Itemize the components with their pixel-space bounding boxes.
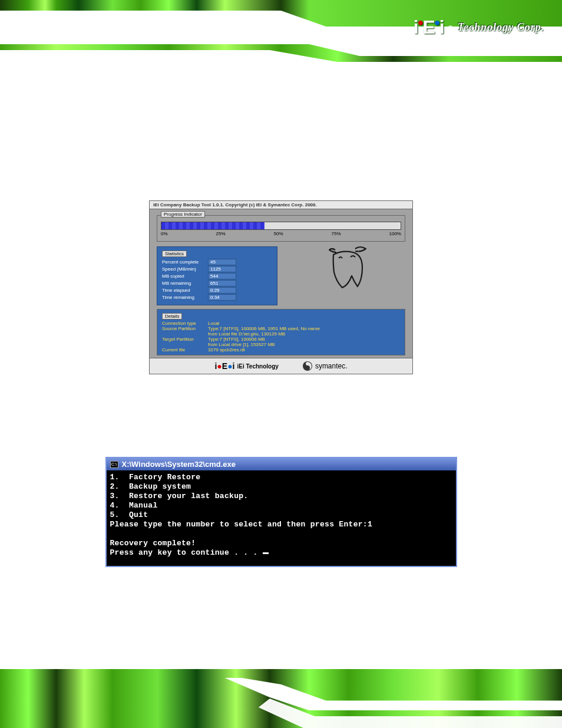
current-file-label: Current file <box>162 347 208 353</box>
progress-fill <box>161 222 265 229</box>
ghost-backup-window: iEi Company Backup Tool 1.0.1. Copyright… <box>149 200 413 374</box>
symantec-icon <box>302 361 313 371</box>
ghost-footer: i●E●i iEi Technology symantec. <box>150 358 412 374</box>
time-remaining-value: 0:34 <box>208 294 236 301</box>
cmd-complete: Recovery complete! <box>110 539 196 548</box>
cursor-icon <box>263 552 269 554</box>
ghost-titlebar: iEi Company Backup Tool 1.0.1. Copyright… <box>150 201 412 209</box>
cmd-continue: Press any key to continue . . . <box>110 548 263 557</box>
progress-ticks: 0% 25% 50% 75% 100% <box>161 231 401 236</box>
page-header: i●E●i ® Technology Corp. <box>0 0 562 65</box>
ghost-icon <box>325 244 372 290</box>
iei-footer-logo: i●E●i iEi Technology <box>214 361 278 371</box>
mb-copied-label: MB copied <box>162 274 208 279</box>
target-partition-value-2: from Local drive [1], 152627 MB <box>208 342 275 347</box>
page-footer <box>0 660 562 728</box>
cmd-line-3: 3. Restore your last backup. <box>110 492 249 500</box>
time-remaining-label: Time remaining <box>162 295 208 300</box>
statistics-panel: Statistics Percent complete45 Speed (MB/… <box>157 246 277 305</box>
cmd-body[interactable]: 1. Factory Restore 2. Backup system 3. R… <box>107 470 456 566</box>
source-partition-label: Source Partition <box>162 326 208 331</box>
percent-complete-label: Percent complete <box>162 259 208 265</box>
percent-complete-value: 45 <box>208 259 236 265</box>
progress-box: Progress Indicator 0% 25% 50% 75% 100% <box>157 215 405 242</box>
mb-remaining-label: MB remaining <box>162 281 208 286</box>
progress-bar <box>161 222 401 230</box>
symantec-footer-logo: symantec. <box>302 361 348 371</box>
ghost-mascot <box>295 246 405 305</box>
current-file-value: 3279 spcb2res.dll <box>208 347 245 353</box>
company-name: Technology Corp. <box>458 21 544 34</box>
details-panel: Details Connection typeLocal Source Part… <box>157 309 405 355</box>
connection-type-label: Connection type <box>162 321 208 326</box>
mb-remaining-value: 651 <box>208 280 236 286</box>
cmd-icon: C:\ <box>110 461 118 468</box>
cmd-line-2: 2. Backup system <box>110 482 191 491</box>
details-label: Details <box>162 313 182 319</box>
time-elapsed-value: 0:29 <box>208 287 236 294</box>
mb-copied-value: 544 <box>208 273 236 279</box>
source-partition-value-1: Type:7 [NTFS], 100006 MB, 1951 MB used, … <box>208 326 320 331</box>
tick-100: 100% <box>389 231 401 236</box>
cmd-titlebar: C:\ X:\Windows\System32\cmd.exe <box>107 458 456 470</box>
tick-50: 50% <box>274 231 283 236</box>
iei-logo: i●E●i <box>414 17 444 38</box>
time-elapsed-label: Time elapsed <box>162 288 208 293</box>
cmd-line-1: 1. Factory Restore <box>110 473 201 482</box>
registered-mark: ® <box>448 24 453 31</box>
connection-type-value: Local <box>208 321 219 326</box>
target-partition-label: Target Partition <box>162 337 208 342</box>
speed-label: Speed (MB/min) <box>162 266 208 272</box>
source-partition-value-2: from Local file D:\iei.gho, 130129 MB <box>208 331 285 337</box>
cmd-title: X:\Windows\System32\cmd.exe <box>122 460 236 469</box>
speed-value: 1125 <box>208 266 236 272</box>
progress-label: Progress Indicator <box>161 211 205 218</box>
cmd-prompt: Please type the number to select and the… <box>110 520 373 529</box>
cmd-line-5: 5. Quit <box>110 510 148 519</box>
target-partition-value-1: Type:7 [NTFS], 100006 MB <box>208 337 265 342</box>
cmd-line-4: 4. Manual <box>110 501 158 510</box>
tick-25: 25% <box>216 231 226 236</box>
tick-0: 0% <box>161 231 168 236</box>
page-content: iEi Company Backup Tool 1.0.1. Copyright… <box>24 77 538 567</box>
statistics-label: Statistics <box>162 251 187 257</box>
cmd-window: C:\ X:\Windows\System32\cmd.exe 1. Facto… <box>105 457 457 567</box>
tick-75: 75% <box>332 231 341 236</box>
company-logo-area: i●E●i ® Technology Corp. <box>414 17 544 38</box>
